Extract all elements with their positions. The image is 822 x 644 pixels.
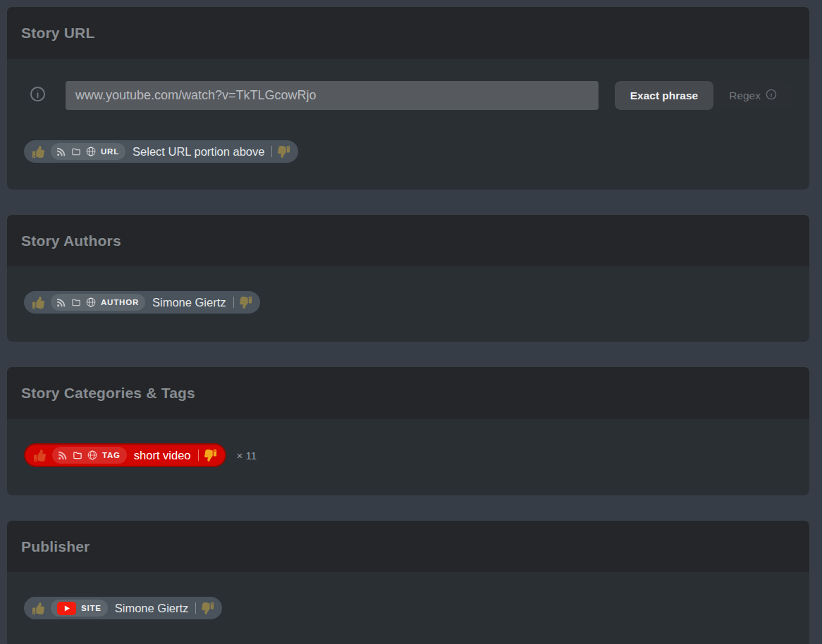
thumbs-up-icon[interactable] [32, 602, 44, 614]
story-url-input-row: Exact phrase Regex [24, 81, 792, 110]
story-authors-title: Story Authors [21, 233, 795, 249]
author-scope-group: AUTHOR [51, 294, 145, 311]
publisher-header: Publisher [7, 521, 809, 572]
tag-badge: TAG [102, 451, 121, 459]
tag-trainer-token[interactable]: TAG short video [24, 443, 226, 467]
story-url-input[interactable] [66, 81, 599, 110]
story-authors-body: AUTHOR Simone Giertz [7, 266, 809, 342]
globe-icon[interactable] [86, 297, 96, 307]
author-token-row: AUTHOR Simone Giertz [24, 291, 792, 314]
thumbs-up-icon[interactable] [34, 450, 46, 462]
regex-info-icon[interactable] [766, 89, 777, 103]
info-icon[interactable] [30, 86, 46, 105]
site-scope-group: SITE [51, 600, 108, 617]
globe-icon[interactable] [87, 450, 97, 460]
story-url-token-row: URL Select URL portion above [24, 140, 792, 163]
publisher-body: SITE Simone Giertz [7, 572, 809, 644]
rss-icon[interactable] [57, 147, 66, 156]
story-tags-header: Story Categories & Tags [7, 367, 809, 419]
publisher-token-label: Simone Giertz [115, 602, 189, 615]
token-divider [233, 297, 234, 308]
exact-phrase-option[interactable]: Exact phrase [615, 81, 714, 110]
publisher-section: Publisher SITE Simone Giertz [7, 521, 809, 644]
thumbs-down-icon[interactable] [202, 602, 214, 614]
rss-icon[interactable] [57, 298, 66, 307]
thumbs-up-icon[interactable] [32, 297, 44, 309]
story-url-title: Story URL [21, 25, 795, 42]
rss-icon[interactable] [59, 451, 68, 460]
publisher-title: Publisher [21, 538, 795, 555]
story-url-header: Story URL [7, 7, 809, 58]
url-scope-group: URL [51, 143, 125, 160]
folder-icon[interactable] [71, 147, 81, 156]
story-authors-section: Story Authors AUTHOR [7, 215, 809, 342]
author-trainer-token[interactable]: AUTHOR Simone Giertz [24, 291, 260, 314]
story-authors-header: Story Authors [7, 215, 809, 266]
match-mode-toggle: Exact phrase Regex [615, 81, 792, 110]
folder-icon[interactable] [73, 451, 82, 460]
site-badge: SITE [81, 604, 102, 612]
story-tags-section: Story Categories & Tags TAG [7, 367, 809, 495]
url-token-label: Select URL portion above [133, 145, 264, 159]
exact-phrase-label: Exact phrase [630, 89, 699, 102]
url-badge: URL [101, 147, 119, 156]
tag-token-row: TAG short video × 11 [24, 443, 792, 467]
story-url-section: Story URL Exact phrase Regex [7, 7, 809, 190]
story-tags-title: Story Categories & Tags [21, 385, 795, 402]
globe-icon[interactable] [86, 147, 96, 156]
youtube-icon [57, 602, 76, 615]
tag-count: × 11 [237, 450, 257, 462]
author-badge: AUTHOR [101, 298, 139, 306]
folder-icon[interactable] [71, 298, 81, 307]
publisher-trainer-token[interactable]: SITE Simone Giertz [24, 597, 222, 619]
tag-token-label: short video [134, 449, 191, 462]
publisher-token-row: SITE Simone Giertz [24, 597, 792, 619]
url-trainer-token[interactable]: URL Select URL portion above [24, 140, 298, 163]
author-token-label: Simone Giertz [152, 296, 226, 309]
token-divider [195, 602, 196, 614]
tag-scope-group: TAG [52, 447, 127, 464]
thumbs-down-icon[interactable] [240, 297, 252, 309]
regex-label: Regex [729, 89, 761, 102]
regex-option[interactable]: Regex [713, 81, 792, 110]
token-divider [271, 146, 272, 157]
thumbs-down-icon[interactable] [204, 450, 216, 462]
token-divider [198, 450, 199, 461]
story-tags-body: TAG short video × 11 [7, 419, 809, 495]
story-url-body: Exact phrase Regex [7, 58, 809, 190]
thumbs-up-icon[interactable] [32, 146, 44, 158]
thumbs-down-icon[interactable] [278, 146, 290, 158]
